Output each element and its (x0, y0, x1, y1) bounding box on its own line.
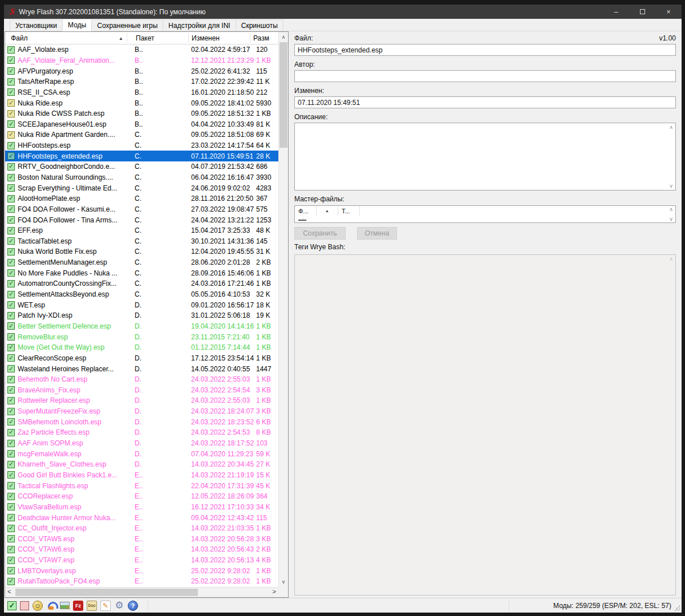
mod-row[interactable]: ✓ WET.esp D. 09.01.2020 16:56:17 18 K (5, 299, 278, 310)
author-input[interactable] (294, 70, 676, 82)
mod-checkbox[interactable]: ✓ (7, 88, 15, 96)
mod-row[interactable]: ✓ Patch Ivy-XDI.esp D. 31.01.2022 5:06:1… (5, 310, 278, 321)
mod-checkbox[interactable]: ✓ (7, 120, 15, 128)
mod-checkbox[interactable]: ✓ (7, 333, 15, 341)
tab-Скриншоты[interactable]: Скриншоты (236, 19, 283, 31)
column-header-modified[interactable]: Изменен (192, 34, 220, 42)
mod-checkbox[interactable]: ✓ (7, 152, 15, 160)
mod-row[interactable]: ✓ AAF_Violate.esp B.. 02.04.2022 4:59:17… (5, 44, 278, 55)
mod-checkbox[interactable]: ✓ (7, 312, 15, 319)
horizontal-scrollbar[interactable]: < > (5, 587, 278, 597)
cancel-button[interactable]: Отмена (357, 227, 397, 240)
mod-checkbox[interactable]: ✓ (7, 110, 15, 117)
doc-viewer-icon[interactable] (87, 601, 97, 611)
scroll-down-icon[interactable]: ∨ (669, 183, 673, 189)
mod-row[interactable]: ✓ CCOReplacer.esp E.. 12.05.2022 18:26:0… (5, 491, 278, 502)
mod-row[interactable]: ✓ Boston Natural Surroundings.... C. 06.… (5, 172, 278, 183)
mod-row[interactable]: ✓ Move (Get Out the Way).esp D. 01.12.20… (5, 342, 278, 353)
mod-checkbox[interactable]: ✓ (7, 205, 15, 213)
settings-gear-icon[interactable] (114, 601, 124, 611)
mod-row[interactable]: ✓ Better Settlement Defence.esp D. 19.04… (5, 321, 278, 332)
mod-row[interactable]: ✓ SettlementMenuManager.esp C. 28.06.202… (5, 257, 278, 268)
filezilla-icon[interactable] (73, 601, 83, 611)
mod-row[interactable]: ✓ Nuka Ride.esp B.. 09.05.2022 18:41:02 … (5, 98, 278, 108)
mod-row[interactable]: ✓ AlootHomePlate.esp C. 28.11.2016 21:20… (5, 193, 278, 204)
mod-checkbox[interactable]: ✓ (7, 46, 15, 54)
scroll-up-icon[interactable]: ∧ (669, 124, 673, 130)
mod-row[interactable]: ✓ BraveAnims_Fix.esp D. 24.03.2022 2:54:… (5, 385, 278, 396)
edit-pencil-icon[interactable] (100, 601, 111, 611)
mod-checkbox[interactable]: ✓ (7, 184, 15, 192)
mod-checkbox[interactable]: ✓ (7, 525, 15, 532)
mod-row[interactable]: ✓ Nuka Ride Apartment Garden.... C. 09.0… (5, 129, 278, 140)
mod-checkbox[interactable]: ✓ (7, 174, 15, 181)
mod-row[interactable]: ✓ RSE_II_CSA.esp B.. 16.01.2020 21:18:50… (5, 87, 278, 98)
mod-row[interactable]: ✓ CCOI_VTAW5.esp E.. 14.03.2022 20:56:28… (5, 533, 278, 544)
mod-row[interactable]: ✓ Nuka World Bottle Fix.esp C. 12.04.202… (5, 246, 278, 257)
mod-checkbox[interactable]: ✓ (7, 461, 15, 468)
mod-checkbox[interactable]: ✓ (7, 269, 15, 277)
mod-checkbox[interactable]: ✓ (7, 578, 15, 585)
mod-row[interactable]: ✓ Zaz Particle Effects.esp D. 24.03.2022… (5, 427, 278, 438)
mod-row[interactable]: ✓ Scrap Everything - Ultimate Ed... C. 2… (5, 183, 278, 193)
mod-checkbox[interactable]: ✓ (7, 291, 15, 298)
title-bar[interactable]: S Wrye Flash 307.202001081351 (Standalon… (4, 5, 682, 19)
mod-checkbox[interactable]: ✓ (7, 450, 15, 457)
mod-checkbox[interactable]: ✓ (7, 78, 15, 86)
help-icon[interactable] (128, 601, 138, 611)
mod-checkbox[interactable]: ✓ (7, 99, 15, 107)
resize-grip[interactable] (674, 605, 680, 611)
mod-checkbox[interactable]: ✓ (7, 259, 15, 266)
file-name-input[interactable]: HHFootsteps_extended.esp (294, 44, 676, 56)
mod-checkbox[interactable]: ✓ (7, 227, 15, 234)
mod-row[interactable]: ✓ No More Fake Puddles - Nuka ... C. 28.… (5, 268, 278, 278)
mod-row[interactable]: ✓ RutahTattooPack_FO4.esp E.. 25.02.2022… (5, 576, 278, 587)
mod-checkbox[interactable]: ✓ (7, 131, 15, 139)
mod-row[interactable]: ✓ SettlementAttacksBeyond.esp C. 05.05.2… (5, 289, 278, 300)
mod-checkbox[interactable]: ✓ (7, 56, 15, 64)
mod-row[interactable]: ✓ ClearReconScope.esp D. 17.12.2015 23:5… (5, 353, 278, 364)
mod-row[interactable]: ✓ AutomatronCountyCrossingFix... C. 24.0… (5, 278, 278, 289)
mod-row[interactable]: ✓ AAF_Violate_Feral_Animation... B.. 12.… (5, 55, 278, 66)
mod-row[interactable]: ✓ Behemoth No Cart.esp D. 24.03.2022 2:5… (5, 374, 278, 385)
tab-Моды[interactable]: Моды (62, 19, 92, 31)
mod-checkbox[interactable]: ✓ (7, 567, 15, 574)
mod-row[interactable]: ✓ Rottweiler Replacer.esp D. 24.03.2022 … (5, 395, 278, 406)
scroll-up-icon[interactable]: ∧ (669, 206, 673, 212)
mod-row[interactable]: ✓ Kharneth_Slave_Clothes.esp D. 14.03.20… (5, 459, 278, 470)
column-header-file[interactable]: Файл (11, 34, 28, 42)
maximize-button[interactable] (629, 5, 655, 19)
mod-checkbox[interactable]: ✓ (7, 67, 15, 75)
vertical-scroll-thumb[interactable] (279, 42, 287, 148)
mod-checkbox[interactable]: ✓ (7, 408, 15, 415)
mod-row[interactable]: ✓ LMBTOverlays.esp E.. 25.02.2022 9:28:0… (5, 565, 278, 576)
mod-row[interactable]: ✓ Deathclaw Hunter Armor Nuka... E.. 09.… (5, 512, 278, 523)
scroll-left-icon[interactable]: < (7, 588, 11, 595)
mod-checkbox[interactable]: ✓ (7, 546, 15, 553)
scroll-up-icon[interactable]: ∧ (279, 33, 288, 42)
mod-checkbox[interactable]: ✓ (7, 248, 15, 256)
mod-checkbox[interactable]: ✓ (7, 301, 15, 309)
mod-checkbox[interactable]: ✓ (7, 493, 15, 500)
masters-column-file[interactable]: Ф... (295, 206, 317, 216)
vault-boy-icon[interactable] (33, 601, 43, 611)
mod-row[interactable]: ✓ CC_Outfit_Injector.esp E.. 14.03.2022 … (5, 523, 278, 534)
minimize-button[interactable]: – (603, 5, 629, 19)
headphones-icon[interactable] (46, 601, 56, 611)
image-editor-icon[interactable] (60, 602, 70, 609)
green-checkbox-icon[interactable] (7, 601, 17, 610)
mod-checkbox[interactable]: ✓ (7, 471, 15, 479)
mod-checkbox[interactable]: ✓ (7, 237, 15, 245)
mod-checkbox[interactable]: ✓ (7, 397, 15, 404)
mod-row[interactable]: ✓ mcgFemaleWalk.esp D. 07.04.2020 11:29:… (5, 448, 278, 459)
description-textarea[interactable]: ∧ ∨ (294, 123, 676, 191)
mod-row[interactable]: ✓ CCOI_VTAW7.esp E.. 14.03.2022 20:56:13… (5, 555, 278, 566)
mod-row[interactable]: ✓ EFF.esp C. 15.04.2017 3:25:33 48 K (5, 225, 278, 236)
mod-row[interactable]: ✓ Good Girl Butt Binkies Pack1.e... E.. … (5, 470, 278, 481)
mod-row[interactable]: ✓ FO4 DOA Follower - Kasumi.e... C. 27.0… (5, 204, 278, 215)
mod-checkbox[interactable]: ✓ (7, 557, 15, 564)
mod-checkbox[interactable]: ✓ (7, 322, 15, 330)
mod-row[interactable]: ✓ TacticalTablet.esp C. 30.10.2021 14:31… (5, 236, 278, 247)
column-header-package[interactable]: Пакет (136, 34, 154, 42)
scroll-down-icon[interactable]: ∨ (279, 577, 288, 586)
